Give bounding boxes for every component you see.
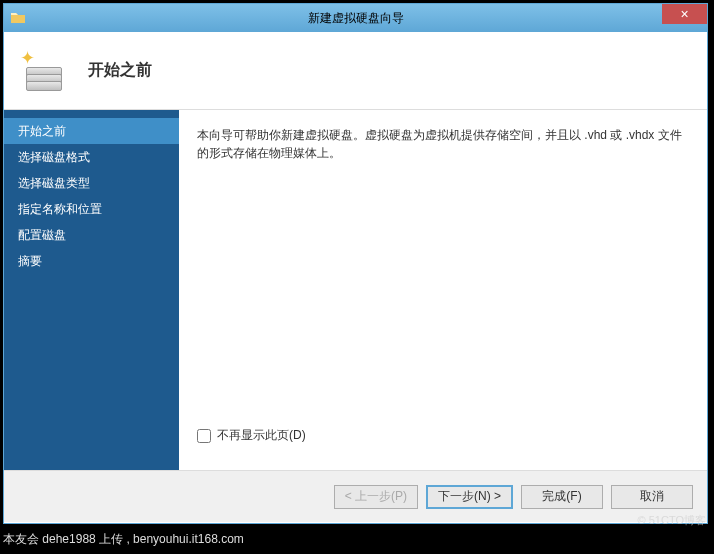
back-button: < 上一步(P) — [334, 485, 418, 509]
watermark: © 51CTO博客 — [638, 513, 706, 528]
cancel-button[interactable]: 取消 — [611, 485, 693, 509]
sidebar-item-disk-type[interactable]: 选择磁盘类型 — [4, 170, 179, 196]
checkbox-label: 不再显示此页(D) — [217, 427, 306, 444]
caption-text: 本友会 dehe1988 上传 , benyouhui.it168.com — [3, 531, 244, 548]
sidebar-item-summary[interactable]: 摘要 — [4, 248, 179, 274]
disk-wizard-icon: ✦ — [22, 47, 70, 95]
finish-button[interactable]: 完成(F) — [521, 485, 603, 509]
sidebar-item-name-location[interactable]: 指定名称和位置 — [4, 196, 179, 222]
sidebar-item-before-start[interactable]: 开始之前 — [4, 118, 179, 144]
wizard-footer: < 上一步(P) 下一步(N) > 完成(F) 取消 — [4, 470, 707, 522]
window-title: 新建虚拟硬盘向导 — [308, 10, 404, 27]
dont-show-checkbox[interactable] — [197, 429, 211, 443]
close-button[interactable]: × — [662, 4, 707, 24]
sidebar: 开始之前 选择磁盘格式 选择磁盘类型 指定名称和位置 配置磁盘 摘要 — [4, 110, 179, 470]
description-text: 本向导可帮助你新建虚拟硬盘。虚拟硬盘为虚拟机提供存储空间，并且以 .vhd 或 … — [197, 126, 689, 162]
titlebar: 新建虚拟硬盘向导 × — [4, 4, 707, 32]
sidebar-item-disk-format[interactable]: 选择磁盘格式 — [4, 144, 179, 170]
wizard-window: 新建虚拟硬盘向导 × ✦ 开始之前 开始之前 选择磁盘格式 选择磁盘类型 指定名… — [3, 3, 708, 524]
close-icon: × — [680, 6, 688, 22]
content-area: 本向导可帮助你新建虚拟硬盘。虚拟硬盘为虚拟机提供存储空间，并且以 .vhd 或 … — [179, 110, 707, 470]
folder-icon — [10, 10, 26, 26]
wizard-header: ✦ 开始之前 — [4, 32, 707, 110]
page-title: 开始之前 — [88, 60, 152, 81]
next-button[interactable]: 下一步(N) > — [426, 485, 513, 509]
wizard-body: 开始之前 选择磁盘格式 选择磁盘类型 指定名称和位置 配置磁盘 摘要 本向导可帮… — [4, 110, 707, 470]
sidebar-item-configure-disk[interactable]: 配置磁盘 — [4, 222, 179, 248]
dont-show-checkbox-row[interactable]: 不再显示此页(D) — [197, 427, 689, 444]
